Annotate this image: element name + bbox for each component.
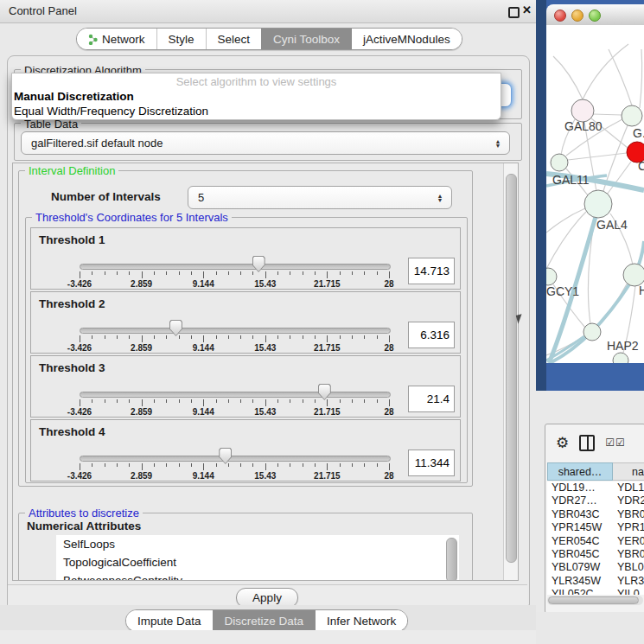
tab-impute-data[interactable]: Impute Data bbox=[126, 610, 213, 631]
threshold-value-field[interactable] bbox=[408, 258, 455, 284]
slider-track[interactable] bbox=[80, 456, 391, 462]
minimize-traffic-light-icon[interactable] bbox=[571, 10, 583, 22]
network-graph: GAL80G.CGAL11GAL4GCY1HHAP2 bbox=[546, 25, 644, 363]
close-traffic-light-icon[interactable] bbox=[554, 10, 566, 22]
threshold-slider[interactable]: -3.4262.8599.14415.4321.71528 bbox=[80, 292, 389, 353]
slider-thumb[interactable] bbox=[169, 320, 182, 336]
network-node-g[interactable] bbox=[622, 105, 642, 126]
control-panel-titlebar: Control Panel ✕ bbox=[0, 0, 536, 23]
top-tab-bar: NetworkStyleSelectCyni ToolboxjActiveMNo… bbox=[76, 28, 462, 50]
checkbox-icons[interactable]: ☑☑ bbox=[605, 437, 626, 449]
attribute-list-item[interactable]: SelfLoops bbox=[56, 535, 459, 553]
float-window-icon[interactable] bbox=[508, 7, 520, 18]
slider-thumb[interactable] bbox=[219, 448, 232, 464]
threshold-value-field[interactable] bbox=[408, 450, 455, 476]
attr-list-scrollbar-thumb[interactable] bbox=[446, 538, 457, 581]
network-edge-thick[interactable] bbox=[546, 336, 584, 360]
network-node-gal11[interactable] bbox=[551, 154, 568, 171]
horizontal-scrollbar[interactable] bbox=[547, 596, 643, 605]
close-icon[interactable]: ✕ bbox=[522, 3, 532, 16]
tab-label: Cyni Toolbox bbox=[273, 33, 340, 46]
table-row[interactable]: YBL079WYBL0 bbox=[547, 561, 644, 574]
network-edge[interactable] bbox=[640, 49, 642, 108]
table-row[interactable]: YER054CYER0 bbox=[547, 535, 644, 548]
threshold-slider[interactable]: -3.4262.8599.14415.4321.71528 bbox=[80, 228, 389, 289]
dropdown-option-equal-width[interactable]: Equal Width/Frequency Discretization bbox=[12, 105, 501, 119]
table-row[interactable]: YDR27…YDR2 bbox=[547, 494, 644, 507]
cell-name: YER0 bbox=[613, 535, 644, 548]
table-header-row: shared… na bbox=[547, 462, 644, 481]
tab-select[interactable]: Select bbox=[206, 29, 262, 49]
column-header-name[interactable]: na bbox=[613, 462, 644, 481]
dropdown-option-manual[interactable]: Manual Discretization bbox=[12, 90, 501, 105]
cell-shared-name: YIL052C bbox=[547, 588, 613, 595]
table-row[interactable]: YIL052CYIL0 bbox=[547, 588, 644, 595]
threshold-box: Threshold 3-3.4262.8599.14415.4321.71528 bbox=[30, 355, 461, 418]
table-row[interactable]: YPR145WYPR1 bbox=[547, 521, 644, 534]
slider-thumb[interactable] bbox=[252, 256, 265, 272]
network-node-label: H bbox=[639, 284, 644, 297]
attribute-list-item[interactable]: TopologicalCoefficient bbox=[56, 553, 459, 571]
gear-icon[interactable]: ⚙ bbox=[556, 436, 569, 450]
cell-name: YLR3 bbox=[613, 575, 644, 588]
num-intervals-combobox[interactable]: 5 ▲▼ bbox=[188, 186, 452, 209]
network-edge[interactable] bbox=[607, 162, 631, 194]
interval-definition-group-title: Interval Definition bbox=[25, 164, 118, 177]
column-header-shared-name[interactable]: shared… bbox=[547, 462, 613, 481]
network-edge[interactable] bbox=[553, 56, 583, 99]
table-data-selected-value: galFiltered.sif default node bbox=[22, 137, 490, 150]
table-data-combobox[interactable]: galFiltered.sif default node ▲▼ bbox=[21, 131, 510, 155]
table-toolbar: ⚙ ☑☑ bbox=[545, 424, 644, 461]
zoom-traffic-light-icon[interactable] bbox=[589, 10, 601, 22]
slider-thumb[interactable] bbox=[318, 384, 331, 400]
network-edge[interactable] bbox=[568, 153, 627, 160]
cell-shared-name: YDL19… bbox=[547, 481, 613, 494]
numerical-attributes-list[interactable]: SelfLoopsTopologicalCoefficientBetweenne… bbox=[56, 535, 459, 581]
columns-icon[interactable] bbox=[579, 435, 595, 451]
network-node-label: G. bbox=[633, 126, 644, 140]
threshold-value-field[interactable] bbox=[408, 386, 455, 412]
tab-cyni-toolbox[interactable]: Cyni Toolbox bbox=[261, 29, 351, 49]
cell-name: YBR0 bbox=[613, 548, 644, 561]
attribute-list-item[interactable]: BetweennessCentrality bbox=[56, 571, 459, 581]
tab-jactivemnodules[interactable]: jActiveMNodules bbox=[351, 29, 462, 49]
threshold-slider[interactable]: -3.4262.8599.14415.4321.71528 bbox=[80, 356, 389, 417]
threshold-slider[interactable]: -3.4262.8599.14415.4321.71528 bbox=[80, 420, 389, 481]
network-node-gal4[interactable] bbox=[584, 190, 612, 218]
horizontal-scrollbar-thumb[interactable] bbox=[548, 596, 639, 604]
network-window-titlebar bbox=[546, 4, 644, 26]
attributes-group-title: Attributes to discretize bbox=[25, 507, 143, 520]
network-node-label: GAL4 bbox=[596, 218, 628, 232]
apply-button-label: Apply bbox=[252, 591, 282, 604]
table-row[interactable]: YDL19…YDL1 bbox=[547, 481, 644, 494]
tab-label: Infer Network bbox=[327, 615, 396, 628]
table-row[interactable]: YBR045CYBR0 bbox=[547, 548, 644, 561]
table-panel-header: Table Panel bbox=[536, 391, 644, 424]
right-bottom-filler bbox=[536, 612, 644, 644]
network-node[interactable] bbox=[613, 353, 628, 363]
tab-style[interactable]: Style bbox=[156, 29, 206, 49]
tab-infer-network[interactable]: Infer Network bbox=[315, 610, 407, 631]
table-row[interactable]: YLR345WYLR3 bbox=[547, 575, 644, 588]
threshold-value-field[interactable] bbox=[408, 322, 455, 348]
cell-shared-name: YBR045C bbox=[547, 548, 613, 561]
network-view-canvas[interactable]: GAL80G.CGAL11GAL4GCY1HHAP2 bbox=[546, 25, 644, 363]
slider-track[interactable] bbox=[80, 392, 391, 398]
network-edge[interactable] bbox=[546, 208, 585, 233]
table-body: YDL19…YDL1YDR27…YDR2YBR043CYBR0YPR145WYP… bbox=[547, 481, 644, 595]
network-node-hap2[interactable] bbox=[583, 323, 601, 341]
network-edge[interactable] bbox=[593, 114, 622, 115]
network-edge-thick[interactable] bbox=[639, 241, 644, 265]
tab-network[interactable]: Network bbox=[77, 29, 156, 49]
dropdown-hint-item[interactable]: Select algorithm to view settings bbox=[12, 73, 501, 90]
network-edge[interactable] bbox=[583, 44, 628, 99]
control-panel-title: Control Panel bbox=[9, 4, 77, 17]
tab-discretize-data[interactable]: Discretize Data bbox=[213, 610, 316, 631]
node-table-panel: ⚙ ☑☑ shared… na YDL19…YDL1YDR27…YDR2YBR0… bbox=[545, 424, 644, 614]
slider-track[interactable] bbox=[80, 264, 391, 270]
slider-track[interactable] bbox=[80, 328, 391, 334]
table-row[interactable]: YBR043CYBR0 bbox=[547, 508, 644, 521]
network-node-gcy1[interactable] bbox=[546, 268, 557, 285]
tab-label: Discretize Data bbox=[225, 615, 304, 628]
network-edge[interactable] bbox=[546, 212, 586, 269]
